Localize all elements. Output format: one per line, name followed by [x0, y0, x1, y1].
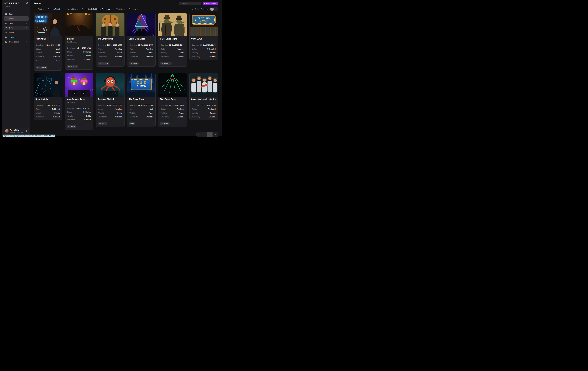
detail-value: Private — [54, 112, 60, 114]
category-label: Konzert — [102, 62, 108, 64]
grid-view-button[interactable] — [210, 8, 214, 11]
user-menu[interactable]: Aaron Ritter aaron@syrakus.dev — [4, 128, 29, 134]
detail-value: Draft — [149, 108, 153, 110]
detail-row: VisibilityPublic — [67, 115, 91, 117]
create-event-button[interactable]: + Create event — [203, 2, 218, 5]
detail-row: AvailabilityAvailable — [98, 56, 122, 58]
list-view-button[interactable] — [214, 8, 218, 11]
event-details: Door time5 Dec 2026, 18:00StatusPublishe… — [65, 45, 93, 63]
event-card[interactable]: Neon Squirrel TwinsHazelnut MixDoor time… — [65, 73, 93, 130]
event-tags: Party — [96, 120, 124, 127]
event-card[interactable]: Five Finger FredyDoor time26 Dec 2026, 1… — [158, 73, 187, 127]
sidebar-item-home[interactable]: Home — [4, 12, 29, 16]
event-card[interactable]: Space Monkeys live in Conc...Door time27… — [189, 73, 218, 120]
detail-label: Availability — [192, 116, 200, 118]
event-card[interactable]: ID RockQuad DamageDoor time5 Dec 2026, 1… — [65, 13, 93, 70]
detail-label: Availability — [36, 56, 44, 58]
event-card[interactable]: Turntable MolluskDoor time19 Dec 2026, 1… — [96, 73, 125, 127]
detail-value: 24 Dec 2026, 23:00 — [138, 104, 153, 106]
event-card[interactable]: Neon ModularDoor time17 Dec 2026, 18:00S… — [34, 73, 62, 120]
category-badge: Comedy — [35, 66, 47, 69]
sidebar-item-venues[interactable]: Venues — [4, 30, 29, 35]
detail-value: Available — [84, 119, 91, 121]
search-input[interactable] — [179, 2, 201, 5]
organisation-icon — [5, 41, 7, 43]
filter-end[interactable]: End:12/7/2025 - — [48, 8, 64, 10]
filter-category[interactable]: Category — [129, 8, 138, 10]
detail-value: Published — [84, 51, 91, 53]
detail-label: Status — [192, 108, 197, 110]
filter-visibility[interactable]: Visibility — [116, 8, 125, 10]
detail-value: Public — [86, 55, 91, 57]
filter-status[interactable]: Status:Draft, Published, Scheduled — [82, 8, 113, 10]
detail-label: Visibility — [67, 55, 73, 57]
event-card[interactable]: CLOTHINGSWAPCloth SwapDoor time16 Dec 20… — [189, 13, 218, 60]
detail-value: Private — [179, 112, 184, 114]
bell-icon[interactable] — [26, 2, 28, 4]
page-prev-button[interactable] — [202, 132, 207, 137]
event-subtitle: Hazelnut Mix — [67, 101, 92, 103]
event-card[interactable]: Laser Light DiscoDoor time11 Dec 2026, 1… — [127, 13, 156, 67]
sidebar-item-entry[interactable]: Entry — [4, 21, 29, 25]
event-title: Gator Blues Night — [160, 38, 185, 40]
detail-row: StatusPublished — [161, 108, 184, 110]
sidebar-item-organisation[interactable]: Organisation — [4, 40, 29, 44]
app-window: SYRAKUS Syrakus HomeEventsEntryCrewVenue… — [2, 0, 222, 136]
detail-row: StatusPublished — [36, 108, 60, 110]
sidebar-item-label: Organisation — [9, 41, 25, 43]
sidebar-item-events[interactable]: Events — [4, 16, 29, 20]
detail-row: AvailabilityAvailable — [129, 56, 153, 58]
category-label: Party — [102, 122, 106, 124]
event-title: Neon Squirrel Twins — [67, 98, 92, 100]
filter-availability[interactable]: Availability — [67, 8, 78, 10]
detail-label: Visibility — [36, 112, 42, 114]
detail-value: Available — [115, 56, 122, 58]
detail-value: Available — [53, 116, 60, 118]
detail-label: Visibility — [129, 52, 136, 54]
event-details: Door time12 Dec 2026, 19:00StatusPublish… — [158, 42, 187, 60]
sort-control[interactable]: Sort by Start asc — [192, 8, 208, 10]
sidebar-item-crew[interactable]: Crew — [4, 26, 29, 30]
detail-value: Available — [115, 116, 122, 118]
detail-row: VisibilityInternal — [192, 52, 216, 54]
detail-label: Door time — [161, 104, 168, 106]
filter-start[interactable]: Start — [38, 8, 44, 10]
search-field[interactable] — [183, 2, 200, 5]
detail-row: AvailabilityAvailable — [67, 59, 91, 61]
event-card[interactable]: Gator Blues NightDoor time12 Dec 2026, 1… — [158, 13, 187, 67]
detail-label: Availability — [67, 119, 75, 121]
event-card[interactable]: VIDEOGAMEJimmy PlugDoor time4 Dec 2026, … — [34, 13, 62, 70]
detail-label: Visibility — [98, 112, 105, 114]
eye-icon — [99, 62, 101, 64]
detail-label: Status — [36, 108, 41, 110]
detail-row: VisibilityPublic — [129, 52, 153, 54]
detail-row: StatusPublished — [98, 108, 122, 110]
detail-label: Door time — [36, 104, 43, 106]
filter-icon[interactable] — [34, 8, 36, 10]
detail-label: Door time — [98, 104, 106, 106]
event-card[interactable]: QUIZSHOWThe Quizz ShowDoor time24 Dec 20… — [127, 73, 156, 127]
detail-row: VisibilityPublic — [67, 55, 91, 57]
filter-label: Availability — [67, 8, 76, 10]
detail-row: Door time18 Dec 2026, 20:00 — [67, 107, 91, 109]
detail-label: Status — [192, 48, 197, 50]
event-image — [65, 73, 93, 97]
page-number-1[interactable]: 1 — [207, 132, 212, 137]
main-content: Events + Create event StartEnd:12/7/2025… — [30, 0, 222, 136]
chevron-right-icon — [26, 22, 28, 24]
page-first-button[interactable] — [197, 132, 202, 137]
detail-row: VisibilityPublic — [36, 52, 60, 54]
detail-row: AvailabilityAvailable — [67, 119, 91, 121]
detail-row: Door time27 Dec 2026, 17:00 — [192, 104, 216, 106]
sidebar-item-performers[interactable]: Performers — [4, 35, 29, 39]
detail-value: Public — [148, 52, 153, 54]
event-details: Door time18 Dec 2026, 20:00StatusPublish… — [65, 105, 93, 123]
chevron-down-icon — [124, 9, 125, 10]
event-details: Door time17 Dec 2026, 18:00StatusPublish… — [34, 102, 62, 120]
event-title: Turntable Mollusk — [98, 98, 123, 100]
detail-row: VisibilityPublic — [161, 52, 184, 54]
brand-logo: SYRAKUS — [4, 2, 20, 4]
event-tags: Konzert — [96, 60, 124, 67]
event-card[interactable]: The ButterpunkzDoor time10 Dec 2026, 18:… — [96, 13, 125, 67]
page-next-button[interactable] — [212, 132, 218, 137]
